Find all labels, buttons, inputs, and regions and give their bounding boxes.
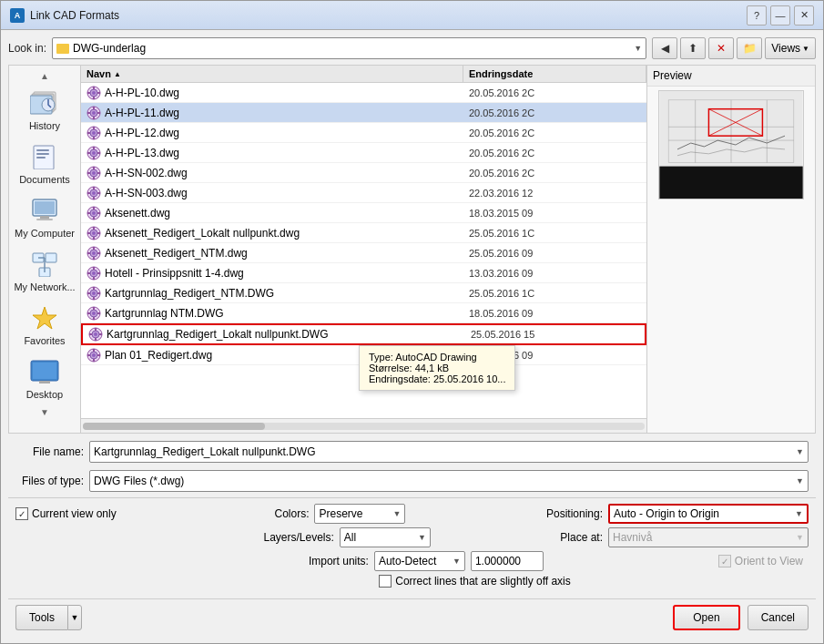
svg-rect-39 [93, 127, 95, 129]
views-label: Views [771, 42, 800, 55]
svg-rect-112 [99, 333, 102, 335]
svg-rect-25 [93, 87, 95, 89]
sidebar-item-history[interactable]: History [9, 83, 80, 137]
cancel-button[interactable]: Cancel [748, 605, 809, 630]
colors-combo[interactable]: Preserve ▼ [314, 504, 405, 524]
svg-rect-98 [97, 292, 100, 294]
sidebar-favorites-label: Favorites [24, 335, 65, 346]
name-sort-arrow: ▲ [114, 70, 121, 78]
tools-arrow-button[interactable]: ▼ [67, 605, 82, 630]
import-units-combo[interactable]: Auto-Detect ▼ [374, 551, 465, 571]
file-row[interactable]: A-H-PL-12.dwg20.05.2016 2C [81, 123, 646, 143]
title-bar-left: A Link CAD Formats [10, 8, 119, 23]
layers-combo[interactable]: All ▼ [340, 527, 431, 547]
filetype-combo[interactable]: DWG Files (*.dwg) ▼ [89, 470, 809, 492]
layers-value: All [344, 531, 356, 544]
up-button[interactable]: ⬆ [680, 37, 706, 59]
svg-point-66 [92, 211, 96, 215]
layers-label: Layers/Levels: [263, 531, 333, 544]
delete-button[interactable]: ✕ [708, 37, 734, 59]
file-name-text: A-H-PL-12.dwg [105, 127, 179, 139]
tooltip-type-label: Type: [369, 352, 393, 363]
bottom-buttons: Tools ▼ Open Cancel [8, 598, 816, 636]
back-button[interactable]: ◀ [652, 37, 677, 59]
svg-rect-32 [93, 107, 95, 109]
tooltip-type-value: AutoCAD Drawing [395, 352, 476, 363]
col-header-date[interactable]: Endringsdate [463, 66, 646, 82]
title-bar-right: ? — ✕ [747, 5, 814, 26]
file-date-text: 20.05.2016 2C [463, 167, 646, 179]
horizontal-scrollbar[interactable] [81, 418, 646, 433]
current-view-check[interactable]: ✓ Current view only [15, 507, 134, 520]
svg-rect-111 [89, 333, 92, 335]
tools-main-button[interactable]: Tools [15, 605, 67, 630]
file-name-text: A-H-SN-002.dwg [105, 167, 188, 179]
filename-combo[interactable]: Kartgrunnlag_Redigert_Lokalt nullpunkt.D… [89, 441, 809, 463]
file-row[interactable]: A-H-PL-13.dwg20.05.2016 2C [81, 143, 646, 163]
close-button[interactable]: ✕ [794, 5, 814, 26]
svg-rect-21 [39, 381, 50, 383]
sidebar-scroll-up[interactable]: ▲ [9, 69, 80, 83]
file-row[interactable]: Hotell - Prinsippsnitt 1-4.dwg13.03.2016… [81, 263, 646, 283]
current-view-checkbox[interactable]: ✓ [15, 507, 28, 520]
file-name-text: A-H-SN-003.dwg [105, 187, 188, 199]
dwg-file-icon [86, 186, 101, 200]
svg-rect-102 [93, 307, 95, 310]
sidebar-item-documents[interactable]: Documents [9, 137, 80, 190]
file-date-text: 25.05.2016 1C [463, 287, 646, 300]
sidebar-item-desktop[interactable]: Desktop [9, 352, 80, 405]
file-date-text: 20.05.2016 2C [463, 87, 646, 99]
svg-rect-11 [36, 219, 53, 220]
views-button[interactable]: Views ▼ [765, 37, 816, 59]
dwg-file-icon [86, 246, 101, 261]
import-units-number[interactable] [471, 551, 544, 571]
file-row[interactable]: Aksenett_Redigert_Lokalt nullpunkt.dwg25… [81, 223, 646, 243]
computer-icon [30, 198, 59, 223]
new-folder-button[interactable]: 📁 [737, 37, 762, 59]
svg-rect-95 [93, 287, 95, 290]
file-row[interactable]: Kartgrunnlag_Redigert_NTM.DWG25.05.2016 … [81, 283, 646, 303]
correct-lines-checkbox[interactable] [379, 575, 392, 588]
svg-rect-83 [87, 252, 90, 254]
orient-label: Orient to View [735, 555, 803, 567]
file-row[interactable]: A-H-SN-003.dwg22.03.2016 12 [81, 183, 646, 203]
svg-rect-34 [87, 112, 90, 114]
correct-lines-check[interactable]: Correct lines that are slightly off axis [141, 575, 809, 588]
dwg-file-icon [86, 86, 101, 100]
col-header-name[interactable]: Navn ▲ [81, 66, 463, 82]
sidebar-item-favorites[interactable]: Favorites [9, 298, 80, 352]
dwg-file-icon [86, 106, 101, 120]
svg-point-45 [92, 151, 96, 155]
tooltip-size-value: 44,1 kB [415, 363, 449, 373]
file-name-text: Kartgrunnlag_Redigert_NTM.DWG [105, 287, 274, 300]
svg-rect-96 [93, 297, 95, 300]
svg-point-115 [92, 353, 96, 357]
svg-point-24 [92, 91, 96, 95]
file-row[interactable]: A-H-SN-002.dwg20.05.2016 2C [81, 163, 646, 183]
look-in-combo[interactable]: DWG-underlag ▼ [52, 37, 646, 59]
svg-rect-77 [97, 232, 100, 234]
svg-rect-6 [36, 153, 49, 155]
open-button[interactable]: Open [673, 605, 739, 630]
sidebar-item-my-computer[interactable]: My Computer [9, 190, 80, 244]
layers-arrow: ▼ [418, 533, 426, 542]
file-tooltip: Type: AutoCAD Drawing Størrelse: 44,1 kB… [359, 345, 515, 391]
help-button[interactable]: ? [747, 5, 767, 26]
svg-rect-28 [97, 92, 100, 94]
correct-lines-label: Correct lines that are slightly off axis [395, 575, 571, 588]
file-row[interactable]: Aksenett_Redigert_NTM.dwg25.05.2016 09 [81, 243, 646, 263]
app-icon: A [10, 8, 25, 23]
file-row[interactable]: Aksenett.dwg18.03.2015 09 [81, 203, 646, 223]
file-row[interactable]: Kartgrunnlag_Redigert_Lokalt nullpunkt.D… [81, 323, 646, 345]
look-in-label: Look in: [8, 42, 46, 55]
file-row[interactable]: A-H-PL-11.dwg20.05.2016 2C [81, 103, 646, 123]
file-row[interactable]: Kartgrunnlag NTM.DWG18.05.2016 09 [81, 303, 646, 323]
dwg-file-icon [86, 348, 101, 363]
sidebar-scroll-down[interactable]: ▼ [9, 405, 80, 419]
sidebar-item-my-network[interactable]: My Network... [9, 244, 80, 298]
positioning-combo[interactable]: Auto - Origin to Origin ▼ [608, 504, 809, 524]
file-date-text: 22.03.2016 12 [463, 187, 646, 199]
minimize-button[interactable]: — [770, 5, 790, 26]
file-row[interactable]: A-H-PL-10.dwg20.05.2016 2C [81, 83, 646, 103]
views-arrow: ▼ [802, 45, 809, 53]
